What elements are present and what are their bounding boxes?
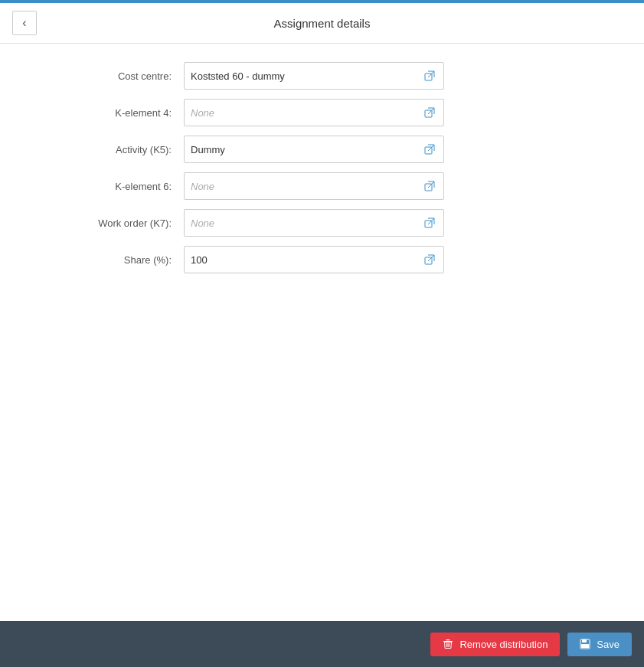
label-k-element-4: K-element 4: [31, 107, 184, 119]
field-value-k-element-4: None [191, 107, 422, 119]
main-content: Cost centre:Koststed 60 - dummy K-elemen… [0, 44, 644, 621]
page-title: Assignment details [274, 17, 371, 30]
svg-rect-13 [446, 639, 450, 640]
open-popup-icon-activity-k5[interactable] [422, 142, 437, 157]
label-activity-k5: Activity (K5): [31, 144, 184, 155]
form-row-k-element-6: K-element 6:None [31, 172, 613, 200]
open-popup-icon-k-element-6[interactable] [422, 178, 437, 194]
remove-distribution-button[interactable]: Remove distribution [430, 633, 560, 656]
save-label: Save [597, 639, 619, 650]
back-button[interactable]: ‹ [12, 11, 37, 35]
svg-line-7 [428, 181, 434, 188]
field-value-cost-centre: Koststed 60 - dummy [191, 70, 422, 82]
label-k-element-6: K-element 6: [31, 181, 184, 192]
open-popup-icon-k-element-4[interactable] [422, 105, 437, 120]
header: ‹ Assignment details [0, 3, 644, 44]
field-value-work-order-k7: None [191, 217, 422, 229]
field-share-percent[interactable]: 100 [184, 246, 444, 273]
save-icon [580, 639, 590, 649]
form-row-share-percent: Share (%):100 [31, 246, 613, 273]
field-value-share-percent: 100 [191, 254, 422, 266]
field-work-order-k7[interactable]: None [184, 209, 444, 237]
form-row-work-order-k7: Work order (K7):None [31, 209, 613, 237]
field-k-element-4[interactable]: None [184, 99, 444, 126]
svg-line-3 [428, 108, 434, 114]
label-work-order-k7: Work order (K7): [31, 217, 184, 229]
field-k-element-6[interactable]: None [184, 172, 444, 200]
footer: Remove distribution Save [0, 621, 644, 667]
field-value-k-element-6: None [191, 181, 422, 192]
save-button[interactable]: Save [567, 633, 632, 656]
field-value-activity-k5: Dummy [191, 144, 422, 155]
svg-rect-18 [582, 639, 587, 642]
trash-icon [443, 639, 453, 649]
label-share-percent: Share (%): [31, 254, 184, 266]
svg-line-9 [428, 218, 434, 224]
form-row-cost-centre: Cost centre:Koststed 60 - dummy [31, 62, 613, 90]
svg-line-11 [428, 255, 434, 261]
remove-distribution-label: Remove distribution [459, 639, 548, 650]
form-row-activity-k5: Activity (K5):Dummy [31, 136, 613, 163]
open-popup-icon-cost-centre[interactable] [422, 68, 437, 83]
label-cost-centre: Cost centre: [31, 70, 184, 82]
open-popup-icon-share-percent[interactable] [422, 252, 437, 267]
svg-line-5 [428, 145, 434, 151]
field-activity-k5[interactable]: Dummy [184, 136, 444, 163]
svg-line-1 [428, 71, 434, 77]
svg-rect-19 [581, 644, 589, 648]
form-row-k-element-4: K-element 4:None [31, 99, 613, 126]
field-cost-centre[interactable]: Koststed 60 - dummy [184, 62, 444, 90]
open-popup-icon-work-order-k7[interactable] [422, 215, 437, 231]
